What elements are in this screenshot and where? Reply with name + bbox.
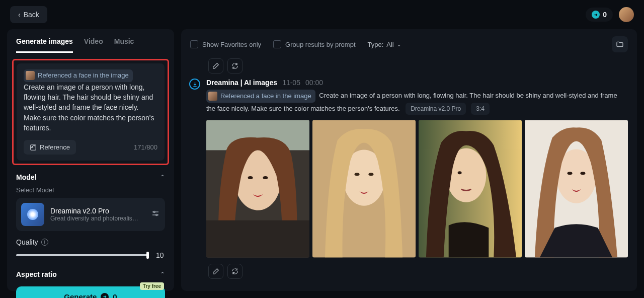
aspect-ratio-header[interactable]: Aspect ratio ⌃ <box>7 262 174 281</box>
credits-pill[interactable]: 0 <box>586 8 613 22</box>
checkbox-icon <box>190 40 198 48</box>
credit-amount: 0 <box>603 11 607 19</box>
type-filter[interactable]: Type: All ⌄ <box>368 41 401 48</box>
prompt-text[interactable]: Create an image of a person with long, f… <box>24 83 154 132</box>
pencil-icon <box>212 62 219 69</box>
generate-cost: 0 <box>113 292 117 298</box>
reference-thumbnail <box>26 71 35 80</box>
result-ratio-chip: 3:4 <box>471 103 490 115</box>
tab-music[interactable]: Music <box>114 37 134 53</box>
quality-label: Quality <box>16 238 38 246</box>
reference-icon <box>30 144 37 151</box>
group-filter[interactable]: Group results by prompt <box>273 40 355 48</box>
svg-point-10 <box>263 176 268 179</box>
generated-image[interactable] <box>206 120 309 258</box>
chevron-up-icon: ⌃ <box>160 271 165 278</box>
folder-icon <box>616 40 624 48</box>
result-model-chip: Dreamina v2.0 Pro <box>406 103 466 115</box>
result-date: 11-05 <box>282 79 300 87</box>
credit-icon <box>592 11 600 19</box>
pencil-icon <box>212 268 219 275</box>
tab-video[interactable]: Video <box>84 37 103 53</box>
favorites-label: Show Favorites only <box>202 41 261 48</box>
result-title: Dreamina | AI images <box>206 79 277 87</box>
quality-slider-thumb[interactable] <box>146 252 149 259</box>
generated-image[interactable] <box>419 120 522 258</box>
svg-point-15 <box>368 173 373 176</box>
reference-chip[interactable]: Referenced a face in the image <box>206 90 315 103</box>
svg-point-4 <box>153 211 155 213</box>
reference-button-label: Reference <box>40 143 70 151</box>
result-time: 00:00 <box>305 79 323 87</box>
svg-point-18 <box>458 171 462 174</box>
sidebar: Generate images Video Music Referenced a… <box>7 29 174 291</box>
try-free-badge: Try free <box>140 282 164 290</box>
download-badge[interactable] <box>189 79 200 90</box>
model-section-title: Model <box>16 173 36 181</box>
model-desc: Great diversity and photorealism. Of... <box>50 215 141 222</box>
avatar[interactable] <box>619 7 634 22</box>
results-panel: Show Favorites only Group results by pro… <box>181 29 637 291</box>
svg-rect-11 <box>206 220 309 257</box>
tab-generate-images[interactable]: Generate images <box>16 37 73 53</box>
select-model-label: Select Model <box>7 184 174 198</box>
checkbox-icon <box>273 40 281 48</box>
svg-point-5 <box>156 214 157 216</box>
refresh-icon <box>231 62 238 69</box>
svg-point-14 <box>355 173 360 176</box>
quality-slider[interactable] <box>16 254 149 256</box>
quality-value: 10 <box>156 251 165 259</box>
svg-point-21 <box>568 172 573 175</box>
edit-button[interactable] <box>208 58 223 73</box>
prompt-box-highlight: Referenced a face in the image Create an… <box>12 59 169 165</box>
model-section-header[interactable]: Model ⌃ <box>7 165 174 184</box>
reference-chip-label: Referenced a face in the image <box>220 91 311 101</box>
reference-chip[interactable]: Referenced a face in the image <box>24 69 133 82</box>
back-button[interactable]: ‹ Back <box>10 6 47 23</box>
back-label: Back <box>24 11 39 19</box>
svg-point-22 <box>580 172 585 175</box>
edit-button[interactable] <box>208 264 223 279</box>
sliders-icon[interactable] <box>151 209 160 220</box>
refresh-icon <box>231 268 238 275</box>
reference-button[interactable]: Reference <box>24 140 76 155</box>
model-card[interactable]: Dreamina v2.0 Pro Great diversity and ph… <box>16 198 165 231</box>
generated-image[interactable] <box>312 120 416 258</box>
reference-chip-label: Referenced a face in the image <box>38 71 129 81</box>
info-icon[interactable]: i <box>41 239 48 246</box>
chevron-left-icon: ‹ <box>18 11 21 19</box>
credit-icon <box>101 293 109 298</box>
type-filter-label: Type: <box>368 41 384 48</box>
generate-label: Generate <box>64 292 97 298</box>
generated-image[interactable] <box>525 120 628 258</box>
char-count: 171/800 <box>134 143 157 151</box>
chevron-up-icon: ⌃ <box>160 174 165 181</box>
group-label: Group results by prompt <box>285 41 355 48</box>
chevron-down-icon: ⌄ <box>397 42 401 47</box>
folder-button[interactable] <box>612 36 628 52</box>
prompt-box[interactable]: Referenced a face in the image Create an… <box>17 63 165 161</box>
model-name: Dreamina v2.0 Pro <box>50 207 145 215</box>
model-thumbnail <box>21 203 44 226</box>
svg-point-1 <box>32 146 33 147</box>
download-icon <box>192 82 198 87</box>
aspect-ratio-title: Aspect ratio <box>16 270 57 278</box>
regenerate-button[interactable] <box>227 264 243 279</box>
type-filter-value: All <box>386 41 393 48</box>
regenerate-button[interactable] <box>227 58 243 73</box>
svg-point-9 <box>248 176 253 179</box>
reference-thumbnail <box>208 92 217 101</box>
favorites-filter[interactable]: Show Favorites only <box>190 40 261 48</box>
